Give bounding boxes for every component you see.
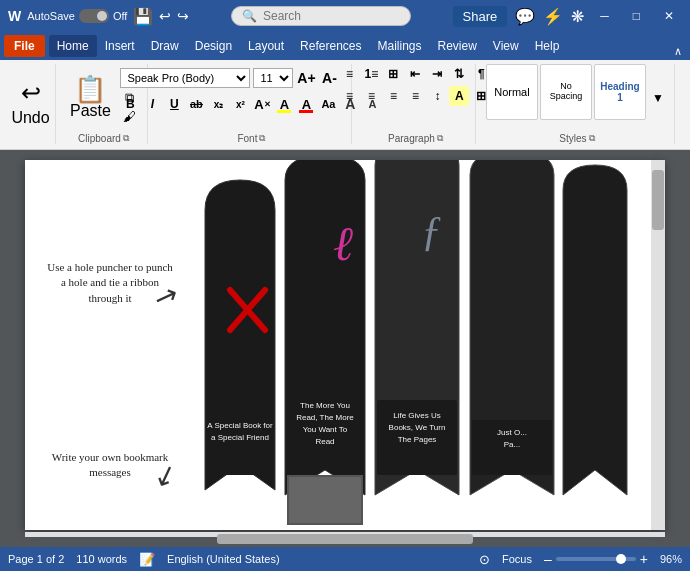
- svg-text:Just O...: Just O...: [497, 428, 527, 437]
- align-right-button[interactable]: ≡: [383, 86, 403, 106]
- menu-item-references[interactable]: References: [292, 35, 369, 57]
- search-input[interactable]: [263, 9, 403, 23]
- undo-label: Undo: [11, 109, 49, 127]
- ribbon-group-font: Speak Pro (Body) 11 A+ A- B I U ab x₂ x²…: [152, 64, 352, 144]
- styles-scroll-down[interactable]: ▼: [648, 88, 668, 108]
- menu-item-mailings[interactable]: Mailings: [369, 35, 429, 57]
- clear-format-button[interactable]: A✕: [252, 94, 272, 114]
- menu-item-help[interactable]: Help: [527, 35, 568, 57]
- bookmarks-svg: A Special Book for a Special Friend The …: [175, 160, 665, 530]
- svg-text:Books, We Turn: Books, We Turn: [389, 423, 446, 432]
- grow-font-button[interactable]: A+: [296, 68, 316, 88]
- font-group-label: Font ⧉: [237, 131, 265, 144]
- comment-icon[interactable]: 💬: [515, 7, 535, 26]
- style-normal[interactable]: Normal: [486, 64, 538, 120]
- vertical-scrollbar[interactable]: [651, 160, 665, 530]
- svg-rect-20: [289, 477, 361, 523]
- status-bar: Page 1 of 2 110 words 📝 English (United …: [0, 547, 690, 571]
- font-size-aa-button[interactable]: Aa: [318, 94, 338, 114]
- undo-icon: ↩: [21, 79, 41, 107]
- font-color-button[interactable]: A: [296, 94, 316, 114]
- underline-button[interactable]: U: [164, 94, 184, 114]
- text-highlight-button[interactable]: A: [274, 94, 294, 114]
- word-logo: W: [8, 8, 21, 24]
- menu-item-draw[interactable]: Draw: [143, 35, 187, 57]
- align-left-button[interactable]: ≡: [339, 86, 359, 106]
- italic-button[interactable]: I: [142, 94, 162, 114]
- title-bar-center: 🔍: [189, 6, 452, 26]
- svg-text:The Pages: The Pages: [398, 435, 437, 444]
- paragraph-large-button[interactable]: ¶ Paragraph: [685, 68, 690, 134]
- autosave-off-label: Off: [113, 10, 127, 22]
- menu-item-insert[interactable]: Insert: [97, 35, 143, 57]
- focus-icon[interactable]: ⊙: [479, 552, 490, 567]
- title-bar: W AutoSave Off 💾 ↩ ↪ 🔍 Share 💬 ⚡ ❋ ─ □ ✕: [0, 0, 690, 32]
- sort-button[interactable]: ⇅: [449, 64, 469, 84]
- strikethrough-button[interactable]: ab: [186, 94, 206, 114]
- zoom-out-button[interactable]: –: [544, 551, 552, 567]
- style-no-spacing[interactable]: NoSpacing: [540, 64, 592, 120]
- svg-text:Life Gives Us: Life Gives Us: [393, 411, 441, 420]
- redo-title-icon[interactable]: ↪: [177, 8, 189, 24]
- autosave-toggle[interactable]: [79, 9, 109, 23]
- horizontal-scrollbar[interactable]: [25, 532, 665, 537]
- conn-icon2: ❋: [571, 7, 584, 26]
- menu-item-layout[interactable]: Layout: [240, 35, 292, 57]
- shading-button[interactable]: A: [449, 86, 469, 106]
- font-family-select[interactable]: Speak Pro (Body): [120, 68, 250, 88]
- shrink-font-button[interactable]: A-: [319, 68, 339, 88]
- search-box[interactable]: 🔍: [231, 6, 411, 26]
- proofing-icon[interactable]: 📝: [139, 552, 155, 567]
- save-icon[interactable]: 💾: [133, 7, 153, 26]
- subscript-button[interactable]: x₂: [208, 94, 228, 114]
- zoom-level[interactable]: 96%: [660, 553, 682, 565]
- paragraph-expand-icon[interactable]: ⧉: [437, 133, 443, 144]
- font-size-select[interactable]: 11: [253, 68, 293, 88]
- svg-text:a Special Friend: a Special Friend: [211, 433, 269, 442]
- h-scroll-thumb[interactable]: [217, 534, 473, 544]
- styles-row: Normal NoSpacing Heading 1 ▼: [486, 64, 668, 131]
- svg-text:Read: Read: [315, 437, 334, 446]
- share-button[interactable]: Share: [453, 6, 508, 27]
- document-content[interactable]: Use a hole puncher to punch a hole and t…: [25, 160, 665, 530]
- focus-label[interactable]: Focus: [502, 553, 532, 565]
- undo-title-icon[interactable]: ↩: [159, 8, 171, 24]
- language[interactable]: English (United States): [167, 553, 280, 565]
- restore-button[interactable]: □: [625, 7, 648, 25]
- autosave-area: AutoSave Off: [27, 9, 127, 23]
- align-center-button[interactable]: ≡: [361, 86, 381, 106]
- title-bar-right: Share 💬 ⚡ ❋ ─ □ ✕: [453, 6, 682, 27]
- clipboard-label: Clipboard ⧉: [78, 131, 129, 144]
- ribbon-expand-btn[interactable]: ∧: [670, 43, 686, 60]
- line-spacing-button[interactable]: ↕: [427, 86, 447, 106]
- undo-button[interactable]: ↩ Undo: [5, 75, 55, 131]
- zoom-track[interactable]: [556, 557, 636, 561]
- svg-text:ℓ: ℓ: [333, 217, 353, 270]
- close-button[interactable]: ✕: [656, 7, 682, 25]
- scroll-thumb[interactable]: [652, 170, 664, 230]
- justify-button[interactable]: ≡: [405, 86, 425, 106]
- numbering-button[interactable]: 1≡: [361, 64, 381, 84]
- menu-item-file[interactable]: File: [4, 35, 45, 57]
- font-expand-icon[interactable]: ⧉: [259, 133, 265, 144]
- decrease-indent-button[interactable]: ⇤: [405, 64, 425, 84]
- styles-expand-icon[interactable]: ⧉: [589, 133, 595, 144]
- menu-item-view[interactable]: View: [485, 35, 527, 57]
- increase-indent-button[interactable]: ⇥: [427, 64, 447, 84]
- minimize-button[interactable]: ─: [592, 7, 617, 25]
- word-count[interactable]: 110 words: [76, 553, 127, 565]
- page-indicator[interactable]: Page 1 of 2: [8, 553, 64, 565]
- zoom-slider[interactable]: – +: [544, 551, 648, 567]
- zoom-in-button[interactable]: +: [640, 551, 648, 567]
- menu-item-home[interactable]: Home: [49, 35, 97, 57]
- bold-button[interactable]: B: [120, 94, 140, 114]
- menu-item-review[interactable]: Review: [430, 35, 485, 57]
- zoom-thumb[interactable]: [616, 554, 626, 564]
- clipboard-expand-icon[interactable]: ⧉: [123, 133, 129, 144]
- menu-item-design[interactable]: Design: [187, 35, 240, 57]
- multilevel-list-button[interactable]: ⊞: [383, 64, 403, 84]
- bullets-button[interactable]: ≡: [339, 64, 359, 84]
- paste-button[interactable]: 📋 Paste: [66, 74, 115, 122]
- superscript-button[interactable]: x²: [230, 94, 250, 114]
- style-heading1[interactable]: Heading 1: [594, 64, 646, 120]
